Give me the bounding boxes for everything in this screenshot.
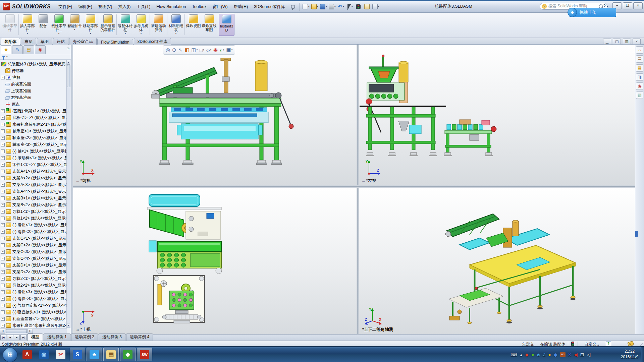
menu-item-9[interactable]: 3DSource零件库 <box>251 3 288 11</box>
show-hidden-icons-icon[interactable]: ▴ <box>520 352 522 357</box>
ribbon-move-component-button[interactable]: 移动零部件▾ <box>83 14 98 37</box>
motion-nav-button-2[interactable]: ▶ <box>14 335 20 340</box>
doc-split-button[interactable]: ▥ <box>623 39 631 44</box>
expand-icon[interactable]: + <box>1 297 5 301</box>
design-library-icon[interactable]: ▤ <box>636 55 643 63</box>
expand-icon[interactable]: + <box>1 176 5 180</box>
viewport-isometric[interactable]: Y X Z *上下二等角轴测 <box>359 188 635 334</box>
menu-item-4[interactable]: 工具(T) <box>133 3 153 11</box>
options-button[interactable]: ▾ <box>372 3 380 10</box>
tree-item[interactable]: 右视基准面 <box>0 94 67 101</box>
expand-icon[interactable]: + <box>1 170 5 173</box>
ribbon-mate-button[interactable]: 配合 <box>35 14 51 37</box>
tree-item[interactable]: +支架A<2> (默认<<默认>_显示状态 1>) <box>0 175 67 181</box>
tree-item[interactable]: +(-) 滑块<1> (默认<<默认>_显示状态 <box>0 222 67 228</box>
graphics-area[interactable]: Y X ∞ *前视 <box>73 45 635 334</box>
expand-icon[interactable]: + <box>1 203 5 207</box>
menu-item-7[interactable]: 窗口(W) <box>210 3 231 11</box>
tree-item[interactable]: +导轨2<1> (默认<<默认>_显示状态 1>) <box>0 275 67 282</box>
custom-properties-icon[interactable]: ▧ <box>636 92 643 99</box>
taskbar-3dsource-client-button[interactable]: ♣ <box>87 348 102 361</box>
tree-item[interactable]: +(-) 气缸固定板<1>->? (默认<<默认> <box>0 302 67 309</box>
pin-icon[interactable] <box>291 5 295 9</box>
tree-horizontal-scrollbar[interactable]: ◀ ▶ <box>0 328 67 334</box>
tree-item[interactable]: +导轨1<1> (默认<<默认>_显示状态 1>) <box>0 208 67 215</box>
motion-nav-button-0[interactable]: |◀ <box>0 335 6 340</box>
tree-item[interactable]: +水果礼盒盖^水果礼盒装配体2<1> (默 <box>0 322 67 328</box>
solidworks-tray-icon[interactable]: ◆ <box>525 352 529 357</box>
display-style-icon[interactable]: □▾ <box>200 47 204 53</box>
previous-view-icon[interactable]: ↖ <box>178 47 183 53</box>
expand-icon[interactable]: + <box>1 143 5 146</box>
panel-tab-property-manager[interactable]: ✎ <box>12 45 23 54</box>
file-explorer-icon[interactable]: ▦ <box>636 64 643 72</box>
thunder-icon[interactable]: X <box>568 352 571 357</box>
volume-icon[interactable]: ◁ <box>587 352 590 357</box>
tree-item[interactable]: 原点 <box>0 101 67 108</box>
ribbon-show-hidden-components-button[interactable]: 显示隐藏的零部件 <box>100 14 116 37</box>
tab-运动算例 1[interactable]: 运动算例 1 <box>44 334 70 341</box>
tree-item[interactable]: 总装配体3 (默认<默认_显示状态-1>) <box>0 61 67 67</box>
motion-nav-button-1[interactable]: ◀ <box>7 335 13 340</box>
menu-item-3[interactable]: 插入(I) <box>115 3 134 11</box>
tree-item[interactable]: 上视基准面 <box>0 87 67 94</box>
tree-item[interactable]: +支架A<3> (默认<<默认>_显示状态 1>) <box>0 181 67 188</box>
expand-icon[interactable]: + <box>1 109 5 113</box>
tree-item[interactable]: +水果礼盒装配体2<1> (默认<默认_显示 <box>0 121 67 128</box>
hide-show-items-icon[interactable]: ∞▾ <box>206 47 211 53</box>
tab-运动算例 2[interactable]: 运动算例 2 <box>71 334 98 341</box>
zoom-to-fit-icon[interactable]: ◎ <box>166 47 170 53</box>
tree-vertical-scrollbar[interactable]: ▲ ▼ <box>66 60 70 328</box>
section-view-icon[interactable]: ◧ <box>184 47 189 53</box>
tree-item[interactable]: +支架A<1> (默认<<默认>_显示状态 1>) <box>0 168 67 175</box>
3d-exchange-icon[interactable]: 3D <box>560 352 566 357</box>
expand-icon[interactable]: + <box>1 277 5 281</box>
motion-nav-button-3[interactable]: ▶| <box>20 335 26 340</box>
taskbar-archiver-button[interactable]: ◆ <box>120 348 136 361</box>
tree-item[interactable]: +(固定) 骨架<1> (默认<默认_显示状态 <box>0 108 67 114</box>
tab-模型[interactable]: 模型 <box>28 334 43 341</box>
tree-item[interactable]: +(-) 滑块<4> (默认<<默认>_显示状态 <box>0 295 67 302</box>
menu-item-0[interactable]: 文件(F) <box>55 3 75 11</box>
select-button[interactable]: ▾ <box>345 3 354 10</box>
tree-item[interactable]: 前视基准面 <box>0 81 67 87</box>
taskbar-solidworks-button[interactable]: SW <box>137 348 152 361</box>
taskbar-sogou-browser-button[interactable]: S <box>70 348 85 361</box>
scroll-left-button[interactable]: ◀ <box>0 329 5 334</box>
tree-item[interactable]: +(-) 滑块<2> (默认<<默认>_显示状态 <box>0 228 67 235</box>
doc-restore-button[interactable]: ▢ <box>613 39 621 44</box>
menu-item-2[interactable]: 视图(V) <box>95 3 115 11</box>
tab-运动算例 3[interactable]: 运动算例 3 <box>99 334 125 341</box>
start-button[interactable]: ⊞ <box>3 348 17 362</box>
scroll-down-button[interactable]: ▼ <box>67 323 70 327</box>
network-icon[interactable]: ⊟ <box>580 352 584 357</box>
tree-item[interactable]: +零件1<1>->? (默认<<默认>_显示状态 <box>0 161 67 168</box>
security-shield-icon[interactable]: ◆ <box>554 352 557 357</box>
expand-icon[interactable]: + <box>1 163 5 167</box>
expand-icon[interactable]: + <box>1 250 5 254</box>
tree-item[interactable]: +支架D<1> (默认<<默认>_显示状态 1>) <box>0 262 67 268</box>
viewport-left[interactable]: Y Z ∞ *左视 <box>359 45 635 185</box>
ribbon-reference-geometry-button[interactable]: 参考几何体▾ <box>133 14 149 37</box>
tree-item[interactable]: +导轨1<2> (默认<<默认>_显示状态 1>) <box>0 215 67 222</box>
tree-item[interactable]: +(-) 滚动棒<1> (默认<<默认>_显示状 <box>0 155 67 161</box>
tree-item[interactable]: +轴承座<1> (默认<<默认>_显示状态 1>) <box>0 128 67 134</box>
expand-icon[interactable]: + <box>1 183 5 187</box>
tree-item[interactable]: +(-) 滑块<3> (默认<<默认>_显示状态 <box>0 289 67 295</box>
menu-item-6[interactable]: Toolbox <box>189 3 210 10</box>
ribbon-new-motion-study-button[interactable]: 新建运动算例 <box>151 14 166 37</box>
scroll-right-button[interactable]: ▶ <box>28 329 33 334</box>
expand-icon[interactable]: + <box>1 257 5 260</box>
tree-item[interactable]: +导轨2<2> (默认<<默认>_显示状态 1>) <box>0 282 67 289</box>
expand-icon[interactable]: + <box>1 149 5 153</box>
expand-icon[interactable]: + <box>1 223 5 227</box>
show-desktop-button[interactable] <box>641 347 644 362</box>
menu-item-8[interactable]: 帮助(H) <box>231 3 251 11</box>
expand-icon[interactable]: + <box>1 290 5 294</box>
keyboard-icon[interactable]: ⌨ <box>511 352 517 357</box>
ribbon-assembly-features-button[interactable]: 装配体特征▾ <box>117 14 133 37</box>
ribbon-smart-fasteners-button[interactable]: 智能扣件▾ <box>67 14 83 37</box>
new-document-button[interactable]: ▾ <box>302 3 310 10</box>
expand-icon[interactable]: + <box>1 230 5 234</box>
view-palette-icon[interactable]: ◨ <box>636 73 643 81</box>
